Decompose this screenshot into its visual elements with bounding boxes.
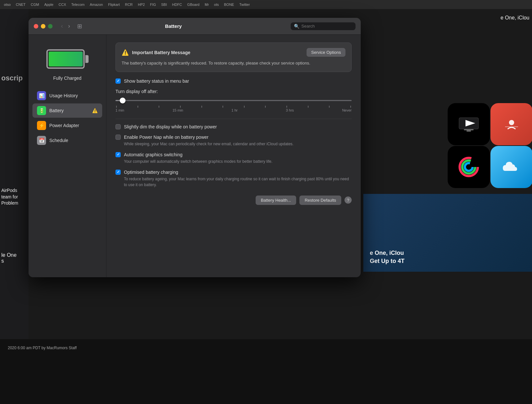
optimised-charging-checkbox[interactable]: ✓ (115, 170, 121, 175)
sidebar-nav: 📊 Usage History 🔋 Battery ⚠️ ⚡ Power Ada… (29, 89, 106, 148)
slider-thumb[interactable] (120, 98, 126, 103)
search-bar[interactable]: 🔍 (291, 22, 356, 30)
tick-9 (286, 106, 287, 108)
battery-status-label: Fully Charged (53, 76, 81, 81)
article-date: 2020 6:00 am PDT by MacRumors Staff (8, 346, 524, 350)
restore-defaults-button[interactable]: Restore Defaults (299, 196, 341, 205)
tab-otso[interactable]: otso (4, 3, 11, 6)
slider-labels: 1 min 15 min 1 hr 3 hrs Never (115, 108, 352, 112)
show-battery-status-checkbox[interactable]: ✓ (115, 78, 121, 84)
minimize-button[interactable] (41, 24, 45, 29)
slightly-dim-label: Slightly dim the display while on batter… (124, 124, 217, 129)
page-bottom: 2020 6:00 am PDT by MacRumors Staff (0, 339, 532, 404)
system-preferences-window: ‹ › ⊞ Battery 🔍 Fully Charged 📊 (29, 18, 361, 277)
slider-ticks (115, 106, 352, 108)
article-content: 2020 6:00 am PDT by MacRumors Staff (0, 339, 532, 359)
tab-fig[interactable]: FIG (150, 3, 156, 6)
svg-point-7 (465, 163, 473, 171)
service-options-button[interactable]: Service Options (307, 48, 345, 57)
tab-telecom[interactable]: Telecom (71, 3, 85, 6)
sidebar: Fully Charged 📊 Usage History 🔋 Battery … (29, 35, 106, 277)
tick-5 (201, 106, 202, 108)
app-icon-activity (448, 146, 490, 188)
back-button[interactable]: ‹ (59, 22, 65, 30)
app-icon-icloud (490, 146, 532, 188)
tab-ccx[interactable]: CCX (59, 3, 66, 6)
warning-header: ⚠️ Important Battery Message Service Opt… (122, 48, 345, 57)
tab-twitter[interactable]: Twitter (239, 3, 250, 6)
bottom-actions: Battery Health... Restore Defaults ? (115, 196, 352, 205)
tab-cgm[interactable]: CGM (31, 3, 39, 6)
optimised-charging-header: ✓ Optimised battery charging (115, 170, 352, 175)
optimised-charging-label: Optimised battery charging (124, 170, 178, 175)
tick-6 (223, 106, 223, 108)
sidebar-item-usage-history[interactable]: 📊 Usage History (32, 89, 102, 103)
search-icon: 🔍 (294, 24, 299, 29)
display-off-slider-section: Turn display off after: (115, 89, 352, 112)
show-battery-status-row: ✓ Show battery status in menu bar (115, 78, 352, 84)
tab-flipkart[interactable]: Flipkart (108, 3, 120, 6)
auto-graphics-row: ✓ Automatic graphics switching Your comp… (115, 152, 352, 164)
battery-warning-icon: ⚠️ (92, 108, 98, 113)
search-input[interactable] (301, 24, 347, 29)
tab-hp2[interactable]: HP2 (138, 3, 145, 6)
usage-history-label: Usage History (49, 93, 78, 98)
tab-hdfc[interactable]: HDFC (172, 3, 182, 6)
battery-visual (46, 48, 89, 70)
warning-triangle-icon: ⚠️ (122, 49, 129, 56)
battery-label: Battery (49, 108, 64, 113)
power-adapter-icon: ⚡ (37, 121, 46, 130)
power-nap-description: While sleeping, your Mac can periodicall… (124, 141, 352, 147)
tab-rcr[interactable]: RCR (125, 3, 133, 6)
auto-graphics-label: Automatic graphics switching (124, 152, 183, 157)
power-nap-row: Enable Power Nap while on battery power … (115, 135, 352, 147)
battery-tip (85, 55, 89, 63)
tick-7 (244, 106, 245, 108)
maximize-button[interactable] (48, 24, 53, 29)
power-nap-checkbox[interactable] (115, 135, 121, 140)
traffic-lights (34, 24, 53, 29)
app-icon-apple-tv (448, 103, 490, 145)
tab-sbi[interactable]: SBI (161, 3, 167, 6)
subscription-text: e One, iClou Get Up to 4T (370, 249, 526, 265)
tab-amazon[interactable]: Amazon (90, 3, 103, 6)
tab-ots[interactable]: ots (214, 3, 219, 6)
checkmark-icon: ✓ (117, 79, 120, 83)
app-icon-fitness (490, 103, 532, 145)
bg-left-airpods-text: AirPodsteam forProblem (0, 116, 29, 207)
warning-title-text: Important Battery Message (132, 50, 190, 55)
usage-history-icon: 📊 (37, 91, 46, 100)
slider-track (115, 100, 352, 101)
display-off-slider-container (115, 97, 352, 104)
close-button[interactable] (34, 24, 38, 29)
bg-left-text3: le Ones (0, 252, 18, 264)
battery-health-button[interactable]: Battery Health... (256, 196, 296, 205)
window-title: Battery (60, 23, 287, 29)
help-button[interactable]: ? (345, 196, 352, 204)
slider-label-1min: 1 min (115, 108, 124, 112)
battery-body (46, 49, 85, 69)
bg-right-text1: e One, iClou (498, 12, 532, 23)
tab-cnet[interactable]: CNET (16, 3, 26, 6)
slider-label-3hrs: 3 hrs (286, 108, 294, 112)
tab-gboard[interactable]: GBoard (187, 3, 200, 6)
sidebar-item-battery[interactable]: 🔋 Battery ⚠️ (32, 103, 102, 118)
sidebar-item-schedule[interactable]: 📅 Schedule (32, 133, 102, 148)
battery-icon: 🔋 (37, 106, 46, 115)
auto-graphics-checkbox[interactable]: ✓ (115, 152, 121, 157)
slightly-dim-row: Slightly dim the display while on batter… (115, 124, 352, 129)
power-nap-label: Enable Power Nap while on battery power (124, 135, 209, 140)
optimised-charging-row: ✓ Optimised battery charging To reduce b… (115, 170, 352, 188)
slightly-dim-checkbox[interactable] (115, 124, 121, 129)
optimised-charging-description: To reduce battery ageing, your Mac learn… (124, 176, 352, 188)
power-nap-header: Enable Power Nap while on battery power (115, 135, 352, 140)
tick-1 (116, 106, 117, 108)
svg-rect-3 (466, 130, 471, 132)
tab-bone[interactable]: BONE (224, 3, 234, 6)
tick-2 (138, 106, 138, 108)
sidebar-item-power-adapter[interactable]: ⚡ Power Adapter (32, 118, 102, 133)
auto-graphics-checkmark: ✓ (117, 152, 120, 157)
tab-mr[interactable]: Mr (205, 3, 209, 6)
battery-fill (49, 52, 83, 66)
tab-apple[interactable]: Apple (44, 3, 53, 6)
